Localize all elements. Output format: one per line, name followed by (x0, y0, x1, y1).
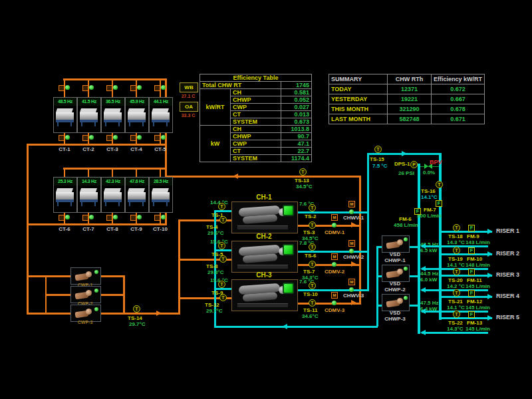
cooling-tower-ct5[interactable]: 44.1 Hz (149, 97, 173, 133)
chiller-ch3[interactable] (231, 279, 298, 311)
ts-19-sensor-icon[interactable]: T (453, 247, 460, 254)
fm-7-flow-meter-icon[interactable]: F (436, 200, 442, 207)
cooling-tower-ct10[interactable]: 28.5 Hz (149, 177, 173, 213)
ts-12-sensor-icon[interactable]: T (219, 294, 227, 301)
pipe-cdw-stub (45, 294, 70, 296)
pipe-cdw-cwp-feed (29, 275, 70, 277)
ts-14-sensor-icon[interactable]: T (133, 305, 140, 313)
ts-15-sensor-icon[interactable]: T (374, 146, 382, 153)
pump-chwp-3[interactable] (382, 294, 410, 311)
cooling-tower-ct9[interactable]: 47.6 Hz (125, 177, 149, 213)
fm-6-flow-meter-icon[interactable]: F (414, 208, 421, 215)
cooling-tower-ct6[interactable]: 25.3 Hz (53, 177, 77, 213)
chiller-ch2[interactable] (231, 241, 298, 273)
cdmv-3-actuator-icon[interactable]: M (331, 292, 338, 299)
ts-7-sensor-icon[interactable]: T (309, 261, 316, 268)
ct2-outlet-valve-icon[interactable] (82, 135, 88, 141)
ts-6-sensor-icon[interactable]: T (309, 243, 316, 251)
cooling-tower-ct3[interactable]: 36.5 Hz (101, 97, 125, 133)
fm-10-flow-meter-icon[interactable]: F (468, 247, 475, 254)
ct2-inlet-valve-icon[interactable] (82, 85, 88, 91)
fm-9-flow-meter-icon[interactable]: F (468, 225, 475, 231)
ct9-outlet-valve-icon[interactable] (130, 215, 136, 221)
chwv-2-valve[interactable] (349, 249, 354, 253)
ct8-outlet-valve-icon[interactable] (106, 215, 112, 221)
chw-rth-header: CHW RTh (388, 74, 432, 84)
this-month-eff: 0.678 (432, 104, 485, 114)
pipe-chw-stub (408, 305, 418, 307)
ct1-inlet-valve-status (65, 85, 70, 90)
ct10-speed: 28.5 Hz (150, 178, 172, 186)
flow-arrow (156, 311, 162, 316)
this-month-label: THIS MONTH (329, 104, 388, 114)
ts-13-sensor-icon[interactable]: T (299, 168, 307, 176)
ct4-inlet-valve-icon[interactable] (130, 85, 136, 91)
chwv-2-actuator-icon[interactable]: M (348, 240, 355, 247)
fm-12-flow-meter-icon[interactable]: F (468, 290, 475, 297)
ts-2-sensor-icon[interactable]: T (309, 204, 316, 211)
ts-1-sensor-icon[interactable]: T (218, 203, 225, 210)
ts-11-sensor-icon[interactable]: T (309, 299, 316, 307)
ct1-outlet-valve-icon[interactable] (59, 135, 65, 141)
pipe-chw-riser3-supply (442, 275, 492, 277)
ct10-outlet-valve-icon[interactable] (154, 215, 160, 221)
chwv-1-actuator-icon[interactable]: M (348, 201, 355, 207)
ct5-outlet-valve-icon[interactable] (154, 135, 160, 141)
chwv-1-valve[interactable] (349, 209, 354, 214)
ts-3-sensor-icon[interactable]: T (309, 221, 316, 229)
ts-13-value: 34.5°C (296, 184, 313, 190)
cooling-tower-ct1[interactable]: 48.5 Hz (53, 97, 77, 133)
cwp-3-label: CWP-3 (70, 320, 100, 325)
flow-arrow (351, 222, 356, 227)
flow-arrow (420, 309, 426, 314)
cooling-tower-ct8[interactable]: 42.3 Hz (101, 177, 125, 213)
dps-1-sensor-icon[interactable]: P (410, 161, 418, 168)
ts-5-sensor-icon[interactable]: T (218, 242, 225, 249)
ts-9-sensor-icon[interactable]: T (218, 281, 225, 288)
cooling-tower-ct2[interactable]: 41.5 Hz (77, 97, 101, 133)
riser-4-label: RISER 4 (496, 293, 519, 300)
cdmv-1-actuator-icon[interactable]: M (331, 214, 338, 221)
ts-4-sensor-icon[interactable]: T (219, 216, 227, 223)
ts-20-sensor-icon[interactable]: T (453, 268, 460, 275)
cooling-tower-ct7[interactable]: 14.3 Hz (77, 177, 101, 213)
ct3-inlet-valve-icon[interactable] (106, 85, 112, 91)
fm-11-flow-meter-icon[interactable]: F (468, 269, 475, 275)
pipe-cdw-ct1-top-header (63, 78, 167, 80)
ct7-outlet-valve-icon[interactable] (82, 215, 88, 221)
ch3-label: CH-3 (231, 271, 297, 279)
ch3-run-indicator[interactable] (283, 283, 294, 294)
cdmv-1-valve[interactable] (332, 223, 336, 227)
bpv-position-value: 0.0% (423, 170, 435, 176)
ch1-run-indicator[interactable] (283, 205, 294, 216)
flow-arrow (487, 273, 493, 278)
fm-13-flow-meter-icon[interactable]: F (468, 311, 475, 318)
chwp-3-label: CHWP-3 (379, 317, 411, 323)
pipe-cdw-ct1-bottom-header (27, 144, 167, 146)
ct4-outlet-valve-icon[interactable] (130, 135, 136, 141)
ts-18-sensor-icon[interactable]: T (453, 224, 460, 231)
cdmv-3-valve[interactable] (332, 301, 336, 305)
cdmv-2-actuator-icon[interactable]: M (331, 253, 338, 260)
chwv-3-valve[interactable] (349, 287, 354, 292)
pump-chwp-2[interactable] (382, 265, 410, 282)
cwp-3-run-status (94, 307, 98, 311)
cdmv-2-valve[interactable] (332, 262, 336, 267)
cooling-tower-ct4[interactable]: 45.9 Hz (125, 97, 149, 133)
ts-8-sensor-icon[interactable]: T (219, 255, 227, 263)
pipe-chw-supply-merge-riser (367, 153, 369, 291)
ct8-label: CT-8 (101, 227, 124, 233)
ts-22-sensor-icon[interactable]: T (453, 311, 460, 318)
ts-16-sensor-icon[interactable]: T (436, 181, 443, 188)
ct5-inlet-valve-icon[interactable] (154, 85, 160, 91)
ct1-inlet-valve-icon[interactable] (59, 85, 65, 91)
pump-chwp-1[interactable] (382, 235, 410, 253)
kwrt-cwp-value: 0.027 (281, 104, 312, 111)
chiller-ch1[interactable] (231, 201, 298, 233)
chwv-3-actuator-icon[interactable]: M (348, 279, 355, 285)
ct6-outlet-valve-icon[interactable] (59, 215, 65, 221)
ct3-outlet-valve-icon[interactable] (106, 135, 112, 141)
ts-21-sensor-icon[interactable]: T (453, 289, 460, 297)
ts-10-sensor-icon[interactable]: T (309, 282, 316, 289)
ch2-run-indicator[interactable] (283, 244, 294, 255)
